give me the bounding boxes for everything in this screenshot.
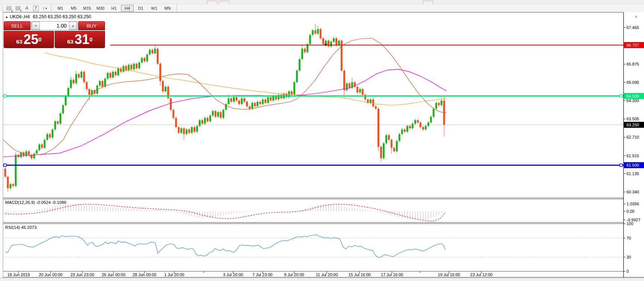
svg-text:0: 0 — [627, 269, 629, 274]
svg-text:63.505: 63.505 — [627, 117, 639, 121]
svg-text:18 Jun 2019: 18 Jun 2019 — [7, 272, 30, 277]
svg-text:15 Jul 16:00: 15 Jul 16:00 — [348, 272, 371, 277]
svg-text:65.875: 65.875 — [627, 62, 639, 66]
svg-text:60.340: 60.340 — [627, 190, 639, 194]
svg-text:28 Jun 00:00: 28 Jun 00:00 — [133, 272, 156, 277]
svg-text:64.500: 64.500 — [627, 94, 639, 98]
svg-text:61.500: 61.500 — [627, 163, 639, 167]
svg-text:63.250: 63.250 — [627, 123, 639, 127]
status-bar — [0, 278, 644, 281]
svg-text:3 Jul 20:00: 3 Jul 20:00 — [223, 272, 243, 277]
one-click-trading-panel: SELL ▼ ▲ BUY 63 25 0 63 31 0 — [4, 21, 105, 48]
volume-increase-button[interactable]: ▲ — [69, 22, 77, 30]
svg-text:11 Jul 20:00: 11 Jul 20:00 — [316, 272, 338, 277]
svg-text:61.135: 61.135 — [627, 171, 639, 176]
svg-text:17 Jul 16:00: 17 Jul 16:00 — [381, 272, 403, 277]
buy-price-sup: 0 — [89, 36, 92, 42]
svg-text:20 Jun 00:00: 20 Jun 00:00 — [39, 272, 63, 277]
chart-title-bar: ▲UKOil-,H463.250 63.250 63.250 63.250 — [5, 14, 91, 19]
svg-text:67.465: 67.465 — [627, 25, 639, 30]
volume-stepper: ▼ ▲ — [31, 21, 77, 30]
svg-text:30: 30 — [627, 255, 631, 259]
buy-quote[interactable]: 63 31 0 — [55, 31, 105, 48]
svg-text:66.707: 66.707 — [627, 43, 639, 47]
sell-price-sup: 0 — [38, 36, 41, 42]
sell-price-prefix: 63 — [16, 38, 22, 45]
svg-text:9 Jul 20:00: 9 Jul 20:00 — [284, 272, 304, 277]
ohlc-values: 63.250 63.250 63.250 63.250 — [33, 14, 91, 19]
svg-text:64.300: 64.300 — [627, 98, 639, 103]
svg-text:RSI(14) 45.2073: RSI(14) 45.2073 — [5, 225, 36, 230]
svg-text:7 Jul 23:00: 7 Jul 23:00 — [252, 272, 272, 277]
symbol-timeframe-label: UKOil-,H4 — [10, 14, 30, 19]
svg-text:70: 70 — [627, 236, 631, 240]
buy-price-prefix: 63 — [67, 38, 73, 45]
svg-text:26 Jun 00:00: 26 Jun 00:00 — [102, 272, 125, 277]
volume-input[interactable] — [40, 22, 69, 30]
buy-button[interactable]: BUY — [78, 21, 105, 30]
svg-text:19 Jul 16:00: 19 Jul 16:00 — [438, 272, 460, 277]
svg-text:23 Jun 23:00: 23 Jun 23:00 — [70, 272, 94, 277]
svg-text:100: 100 — [627, 221, 633, 226]
buy-price-main: 31 — [74, 33, 89, 46]
svg-text:61.915: 61.915 — [627, 154, 639, 158]
svg-text:1.0356: 1.0356 — [627, 202, 639, 206]
svg-text:1 Jul 20:00: 1 Jul 20:00 — [164, 272, 184, 277]
svg-text:MACD(12,26,9) -0.0524 -0.1086: MACD(12,26,9) -0.0524 -0.1086 — [5, 200, 66, 205]
svg-text:23 Jul 12:00: 23 Jul 12:00 — [470, 272, 492, 277]
svg-text:62.710: 62.710 — [627, 135, 639, 139]
volume-decrease-button[interactable]: ▼ — [32, 22, 40, 30]
sell-quote[interactable]: 63 25 0 — [4, 31, 54, 48]
sell-button[interactable]: SELL — [4, 21, 31, 30]
svg-text:0.00: 0.00 — [627, 209, 634, 214]
svg-text:65.095: 65.095 — [627, 80, 639, 85]
collapse-triangle-icon[interactable]: ▲ — [5, 15, 8, 19]
sell-price-main: 25 — [23, 33, 38, 46]
chart-shift-icon[interactable]: ▲ — [634, 14, 638, 18]
